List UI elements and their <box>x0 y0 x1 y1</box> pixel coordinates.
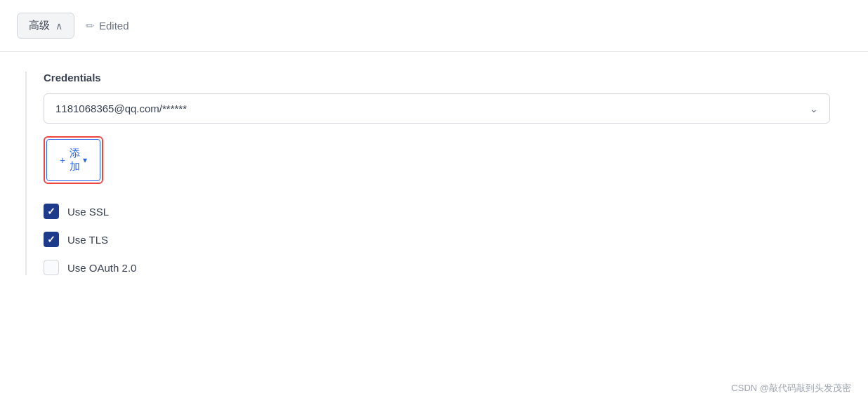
section-label: 高级 <box>29 19 50 32</box>
checkbox-row-ssl: ✓ Use SSL <box>44 204 834 219</box>
content-with-border: Credentials 1181068365@qq.com/****** ⌄ +… <box>25 72 868 275</box>
footer-watermark: CSDN @敲代码敲到头发茂密 <box>731 382 851 395</box>
checkboxes-section: ✓ Use SSL ✓ Use TLS Use OAuth 2.0 <box>44 204 834 275</box>
header-bar: 高级 ∧ ✏ Edited <box>0 0 868 52</box>
checkbox-row-oauth: Use OAuth 2.0 <box>44 260 834 275</box>
add-text-block: 添 加 <box>70 147 80 173</box>
add-label-line1: 添 <box>70 147 80 160</box>
chevron-up-icon: ∧ <box>55 20 63 32</box>
credentials-value: 1181068365@qq.com/****** <box>55 103 187 114</box>
add-button-wrapper: + 添 加 ▾ <box>44 136 103 184</box>
add-label-line2: 加 <box>70 160 80 173</box>
page-container: 高级 ∧ ✏ Edited Credentials 1181068365@qq.… <box>0 0 868 403</box>
main-content: Credentials 1181068365@qq.com/****** ⌄ +… <box>0 52 868 275</box>
edited-indicator: ✏ Edited <box>86 20 129 32</box>
edited-label: Edited <box>99 20 129 32</box>
checkmark-ssl: ✓ <box>47 206 55 217</box>
pencil-icon: ✏ <box>86 20 95 32</box>
checkbox-ssl[interactable]: ✓ <box>44 204 59 219</box>
add-button[interactable]: + 添 加 ▾ <box>46 139 100 181</box>
add-dropdown-arrow: ▾ <box>83 155 87 165</box>
checkbox-tls[interactable]: ✓ <box>44 232 59 247</box>
checkbox-label-ssl: Use SSL <box>67 206 109 218</box>
checkbox-oauth[interactable] <box>44 260 59 275</box>
checkbox-label-oauth: Use OAuth 2.0 <box>67 262 136 274</box>
credentials-label: Credentials <box>44 72 834 84</box>
checkbox-row-tls: ✓ Use TLS <box>44 232 834 247</box>
section-toggle-button[interactable]: 高级 ∧ <box>17 13 74 39</box>
plus-icon: + <box>60 154 65 166</box>
credentials-dropdown[interactable]: 1181068365@qq.com/****** ⌄ <box>44 93 830 124</box>
checkmark-tls: ✓ <box>47 234 55 245</box>
checkbox-label-tls: Use TLS <box>67 234 108 246</box>
dropdown-chevron-icon: ⌄ <box>810 103 818 114</box>
